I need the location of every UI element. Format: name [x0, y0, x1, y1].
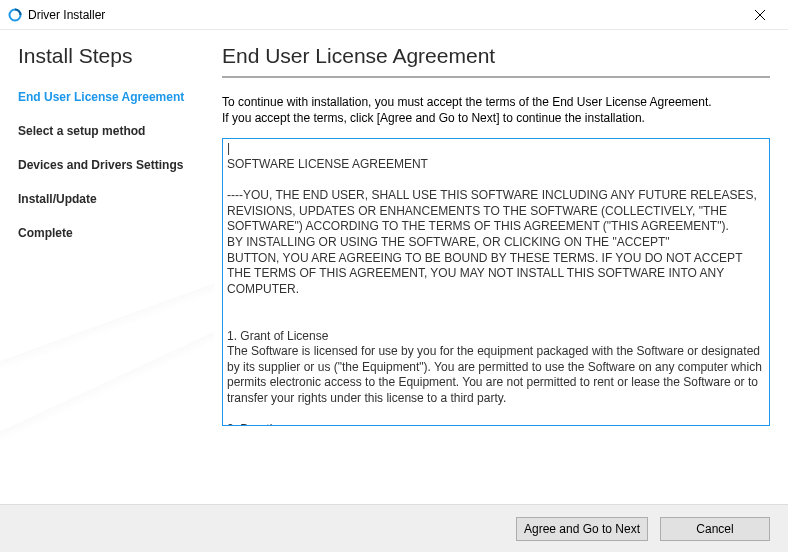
sidebar-item-label: End User License Agreement — [18, 90, 184, 104]
app-icon — [8, 8, 22, 22]
sidebar-item-label: Install/Update — [18, 192, 97, 206]
footer: Agree and Go to Next Cancel — [0, 504, 788, 552]
license-textarea[interactable] — [222, 138, 770, 426]
sidebar: Install Steps End User License Agreement… — [0, 30, 214, 504]
sidebar-item-label: Devices and Drivers Settings — [18, 158, 183, 172]
close-button[interactable] — [740, 2, 780, 28]
sidebar-item-label: Select a setup method — [18, 124, 145, 138]
window-title: Driver Installer — [28, 8, 105, 22]
agree-next-button[interactable]: Agree and Go to Next — [516, 517, 648, 541]
sidebar-item-eula[interactable]: End User License Agreement — [18, 90, 214, 104]
sidebar-title: Install Steps — [18, 44, 214, 68]
sidebar-item-label: Complete — [18, 226, 73, 240]
sidebar-item-install-update[interactable]: Install/Update — [18, 192, 214, 206]
cancel-button[interactable]: Cancel — [660, 517, 770, 541]
titlebar: Driver Installer — [0, 0, 788, 30]
instruction-text: To continue with installation, you must … — [222, 94, 770, 126]
title-divider — [222, 76, 770, 78]
sidebar-item-complete[interactable]: Complete — [18, 226, 214, 240]
sidebar-item-setup-method[interactable]: Select a setup method — [18, 124, 214, 138]
page-title: End User License Agreement — [222, 44, 770, 68]
sidebar-item-devices-drivers[interactable]: Devices and Drivers Settings — [18, 158, 214, 172]
main-panel: End User License Agreement To continue w… — [214, 30, 788, 504]
